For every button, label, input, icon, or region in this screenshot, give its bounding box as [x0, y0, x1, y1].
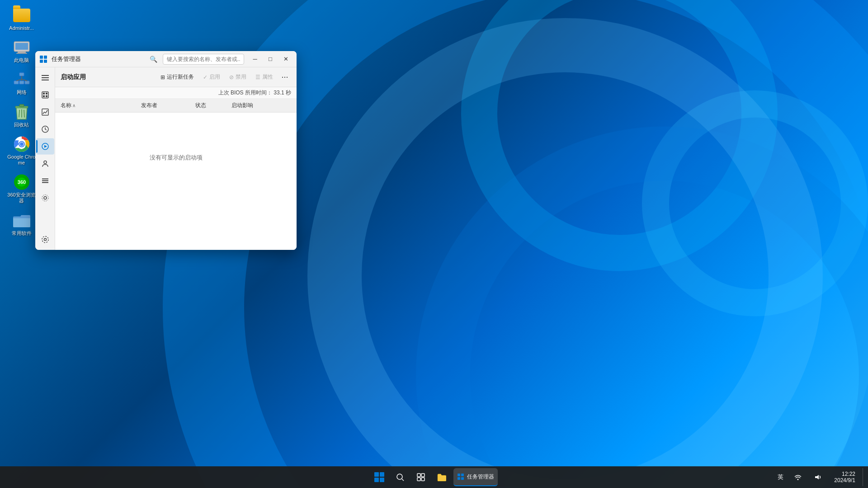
svg-rect-55 [461, 474, 464, 476]
window-title: 任务管理器 [52, 55, 150, 63]
this-pc-icon [13, 38, 31, 56]
svg-line-11 [22, 79, 27, 81]
maximize-button[interactable]: □ [263, 54, 278, 65]
svg-rect-32 [43, 93, 45, 94]
svg-rect-3 [16, 53, 27, 54]
window-controls: ─ □ ✕ [248, 54, 293, 65]
windows-logo [374, 472, 384, 482]
svg-rect-7 [25, 81, 29, 84]
main-content-area: 启动应用 ⊞ 运行新任务 ✓ 启用 ⊘ 禁用 [55, 67, 297, 250]
nav-item-history[interactable] [36, 121, 54, 137]
nav-item-performance[interactable] [36, 104, 54, 120]
empty-message: 没有可显示的启动项 [132, 136, 221, 180]
svg-rect-33 [46, 93, 47, 94]
minimize-button[interactable]: ─ [248, 54, 262, 65]
recycle-bin-label: 回收站 [14, 122, 29, 128]
network-tray-icon[interactable] [789, 468, 807, 486]
column-header-status[interactable]: 状态 [193, 101, 230, 110]
run-new-task-button[interactable]: ⊞ 运行新任务 [157, 71, 198, 84]
svg-rect-52 [417, 478, 420, 481]
column-header-startup-impact[interactable]: 启动影响 [230, 101, 275, 110]
desktop-icon-this-pc[interactable]: 此电脑 [5, 37, 38, 65]
nav-item-processes[interactable] [36, 87, 54, 103]
clock-time: 12:22 [842, 471, 855, 477]
taskbar-task-view-button[interactable] [412, 468, 430, 486]
toolbar: 启动应用 ⊞ 运行新任务 ✓ 启用 ⊘ 禁用 [55, 67, 297, 87]
tray-icons [789, 468, 827, 486]
taskbar: 任务管理器 英 [0, 466, 868, 488]
enable-button[interactable]: ✓ 启用 [199, 71, 224, 84]
taskbar-file-explorer-button[interactable] [433, 468, 451, 486]
enable-icon: ✓ [203, 74, 208, 80]
svg-line-49 [402, 479, 404, 481]
desktop-icon-common-software[interactable]: 常用软件 [5, 210, 38, 238]
column-header-extra [275, 101, 293, 110]
svg-rect-2 [18, 52, 26, 53]
start-button[interactable] [370, 468, 388, 486]
svg-rect-56 [458, 477, 460, 480]
desktop-icon-recycle-bin[interactable]: 回收站 [5, 101, 38, 130]
search-icon: 🔍 [150, 56, 157, 63]
taskbar-task-manager-item[interactable]: 任务管理器 [453, 468, 498, 486]
svg-point-44 [44, 197, 47, 199]
close-button[interactable]: ✕ [278, 54, 293, 65]
this-pc-label: 此电脑 [14, 57, 29, 63]
svg-rect-25 [44, 56, 47, 59]
desktop-icon-chrome[interactable]: Google Chrome [5, 133, 38, 168]
column-header-name[interactable]: 名称 ∧ [59, 101, 139, 110]
properties-button[interactable]: ☰ 属性 [252, 71, 277, 84]
more-button[interactable]: ··· [278, 71, 291, 84]
task-manager-window: 任务管理器 🔍 ─ □ ✕ [35, 51, 297, 250]
volume-tray-icon[interactable] [809, 468, 827, 486]
svg-point-48 [397, 474, 402, 479]
disable-icon: ⊘ [229, 74, 234, 80]
common-software-icon [13, 211, 31, 230]
win-logo-tl [374, 472, 379, 477]
svg-rect-6 [19, 81, 24, 84]
bios-label: 上次 BIOS 所用时间： [218, 89, 272, 96]
table-header[interactable]: 名称 ∧ 发布者 状态 启动影响 [55, 99, 297, 113]
content-area: 上次 BIOS 所用时间： 33.1 秒 名称 ∧ 发布者 状态 [55, 87, 297, 250]
svg-marker-39 [44, 145, 47, 148]
network-label: 网络 [17, 89, 27, 95]
bios-info-bar: 上次 BIOS 所用时间： 33.1 秒 [55, 87, 297, 99]
nav-item-menu[interactable] [36, 70, 54, 86]
nav-item-startup[interactable] [36, 138, 54, 155]
taskbar-center: 任务管理器 [370, 468, 498, 486]
svg-rect-41 [42, 178, 48, 179]
svg-line-16 [24, 110, 24, 117]
desktop-icon-360[interactable]: 360 360安全浏览器 [5, 171, 38, 206]
desktop-icon-network[interactable]: 网络 [5, 69, 38, 97]
svg-point-40 [44, 161, 47, 164]
win-logo-bl [374, 478, 379, 482]
folder-icon-administrator [13, 6, 31, 24]
window-body: 启动应用 ⊞ 运行新任务 ✓ 启用 ⊘ 禁用 [35, 67, 297, 250]
svg-rect-28 [42, 75, 49, 76]
desktop-icon-administrator[interactable]: Administr... [5, 5, 38, 33]
column-header-publisher[interactable]: 发布者 [139, 101, 193, 110]
win-logo-br [380, 478, 384, 482]
svg-line-14 [19, 110, 19, 117]
taskbar-task-manager-label: 任务管理器 [467, 473, 494, 481]
taskbar-search-button[interactable] [391, 468, 409, 486]
title-search-area: 🔍 [150, 54, 248, 65]
svg-rect-27 [44, 60, 47, 63]
clock-area[interactable]: 12:22 2024/9/1 [830, 471, 859, 483]
search-input[interactable] [163, 54, 244, 65]
nav-item-settings[interactable] [36, 231, 54, 248]
language-indicator[interactable]: 英 [776, 471, 785, 483]
svg-rect-1 [15, 43, 28, 50]
nav-item-services[interactable] [36, 190, 54, 206]
svg-rect-30 [42, 80, 49, 80]
disable-button[interactable]: ⊘ 禁用 [226, 71, 250, 84]
nav-item-users[interactable] [36, 155, 54, 172]
svg-point-58 [797, 479, 799, 480]
administrator-label: Administr... [9, 25, 33, 31]
svg-rect-5 [14, 81, 19, 84]
properties-label: 属性 [262, 73, 273, 81]
svg-rect-29 [42, 77, 49, 78]
svg-rect-43 [42, 182, 48, 183]
desktop-icons-container: Administr... 此电脑 [5, 5, 38, 238]
nav-item-details[interactable] [36, 173, 54, 189]
show-desktop-button[interactable] [863, 468, 864, 486]
